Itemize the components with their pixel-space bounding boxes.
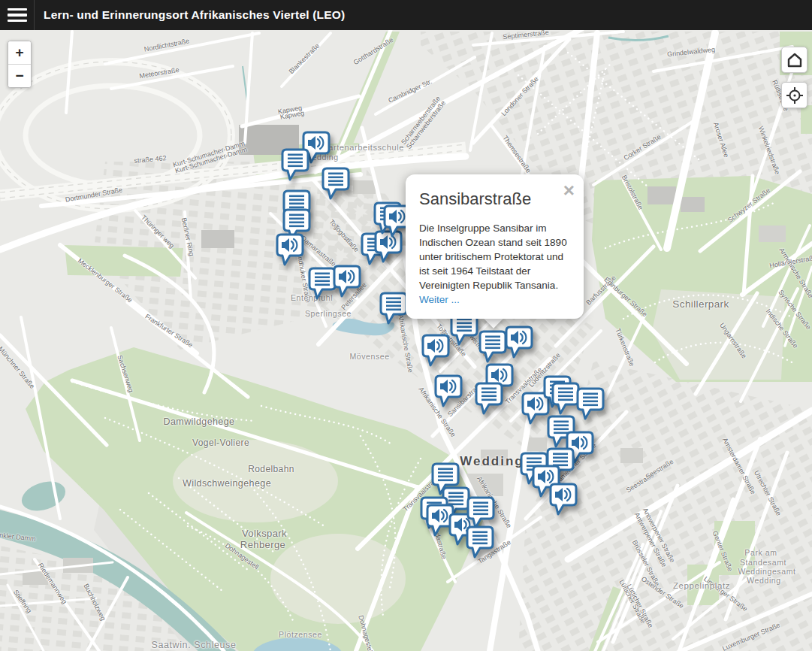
home-icon	[786, 52, 803, 68]
map-marker-text[interactable]	[474, 381, 504, 416]
header-divider	[34, 0, 35, 30]
map-marker-audio[interactable]	[433, 374, 463, 408]
zoom-in-button[interactable]: +	[8, 41, 31, 64]
popup-title: Sansibarstraße	[419, 189, 570, 209]
home-button[interactable]	[781, 47, 807, 73]
popup-close-icon[interactable]: ×	[563, 180, 575, 200]
app-window: SeptimerstraßeNordlichtstraßeMeteorstraß…	[0, 0, 812, 651]
popup-description: Die Inselgruppe Sansibar im Indischen Oz…	[419, 223, 567, 291]
map-marker-text[interactable]	[478, 329, 508, 364]
map-marker-text[interactable]	[280, 147, 310, 182]
map-marker-audio[interactable]	[332, 264, 362, 298]
map-marker-audio[interactable]	[275, 232, 305, 267]
popup-body: Die Inselgruppe Sansibar im Indischen Oz…	[419, 221, 572, 307]
popup-box: × Sansibarstraße Die Inselgruppe Sansiba…	[406, 174, 584, 319]
map-marker-text[interactable]	[575, 386, 605, 421]
crosshair-icon	[786, 86, 804, 104]
zoom-control: + −	[8, 41, 32, 88]
header-bar: Lern- und Erinnerungsort Afrikanisches V…	[0, 0, 812, 30]
hamburger-icon	[8, 8, 27, 11]
map-marker-audio[interactable]	[548, 482, 578, 516]
map-marker-text[interactable]	[321, 166, 351, 201]
map-canvas[interactable]: SeptimerstraßeNordlichtstraßeMeteorstraß…	[0, 0, 812, 651]
map-marker-audio[interactable]	[504, 325, 534, 359]
page-title: Lern- und Erinnerungsort Afrikanisches V…	[44, 8, 345, 22]
popup-weiter-link[interactable]: Weiter ...	[419, 294, 460, 305]
menu-button[interactable]	[0, 0, 34, 30]
map-marker-text[interactable]	[379, 291, 409, 326]
map-marker-text[interactable]	[465, 525, 495, 559]
locate-button[interactable]	[781, 82, 807, 108]
map-marker-audio[interactable]	[421, 333, 451, 368]
zoom-out-button[interactable]: −	[8, 64, 31, 87]
map-popup: × Sansibarstraße Die Inselgruppe Sansiba…	[406, 174, 584, 319]
